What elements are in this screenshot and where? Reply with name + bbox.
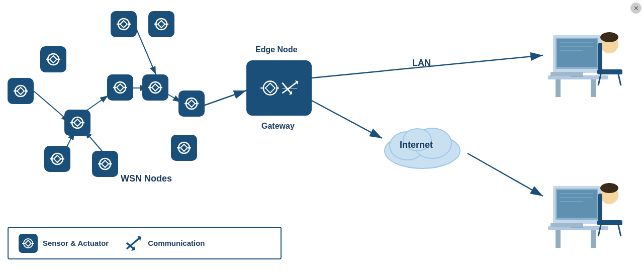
svg-rect-90 [591, 230, 596, 248]
svg-marker-42 [188, 100, 195, 107]
svg-point-101 [600, 183, 618, 193]
legend-sensor-icon [19, 234, 38, 253]
svg-rect-102 [598, 194, 602, 221]
wsn-node-11 [171, 135, 197, 161]
legend-comm-item: Communication [124, 234, 205, 253]
svg-line-105 [618, 225, 621, 236]
svg-line-8 [204, 90, 246, 106]
svg-marker-30 [120, 21, 127, 28]
wsn-node-8 [178, 90, 205, 117]
svg-marker-34 [158, 21, 165, 28]
legend-comm-icon [124, 234, 143, 253]
svg-marker-14 [17, 87, 24, 95]
wsn-node-3 [64, 110, 90, 136]
svg-rect-84 [598, 43, 602, 70]
svg-rect-80 [550, 72, 583, 76]
svg-line-5 [86, 96, 108, 111]
svg-rect-98 [550, 223, 583, 227]
svg-marker-26 [117, 84, 124, 91]
computer-top [543, 15, 623, 101]
wsn-node-6 [148, 11, 174, 37]
gateway-label: Gateway [261, 122, 295, 131]
svg-line-12 [468, 153, 543, 196]
svg-line-110 [127, 238, 140, 249]
svg-marker-50 [102, 160, 109, 167]
lan-label: LAN [412, 58, 431, 68]
svg-marker-38 [152, 84, 159, 91]
svg-marker-46 [54, 155, 61, 162]
legend-box: Sensor & Actuator Communication [8, 227, 282, 259]
svg-point-83 [600, 32, 618, 42]
svg-line-11 [312, 101, 382, 138]
svg-rect-93 [557, 190, 597, 218]
legend-sensor-label: Sensor & Actuator [43, 239, 109, 247]
wsn-node-1 [8, 78, 34, 104]
wsn-node-2 [40, 46, 66, 72]
svg-rect-75 [557, 39, 597, 67]
svg-marker-22 [74, 119, 81, 126]
legend-comm-label: Communication [148, 239, 205, 247]
legend-sensor-item: Sensor & Actuator [19, 234, 109, 253]
wsn-node-10 [92, 151, 118, 177]
svg-line-87 [618, 74, 621, 85]
svg-marker-54 [180, 144, 188, 151]
svg-marker-18 [50, 56, 57, 63]
svg-marker-58 [265, 83, 275, 93]
gateway-node [246, 60, 312, 116]
svg-marker-107 [25, 240, 31, 246]
svg-rect-72 [591, 79, 596, 97]
close-button[interactable]: ✕ [630, 3, 641, 14]
wsn-node-7 [142, 74, 168, 101]
svg-rect-71 [556, 79, 561, 97]
internet-label: Internet [400, 140, 433, 150]
svg-rect-85 [597, 69, 622, 74]
svg-rect-103 [597, 220, 622, 225]
wsn-nodes-label: WSN Nodes [121, 173, 172, 184]
wsn-node-4 [107, 74, 133, 101]
computer-bottom [543, 166, 623, 251]
edge-node-label: Edge Node [255, 45, 298, 54]
wsn-node-9 [44, 146, 70, 172]
svg-rect-89 [556, 230, 561, 248]
wsn-node-5 [111, 11, 137, 37]
